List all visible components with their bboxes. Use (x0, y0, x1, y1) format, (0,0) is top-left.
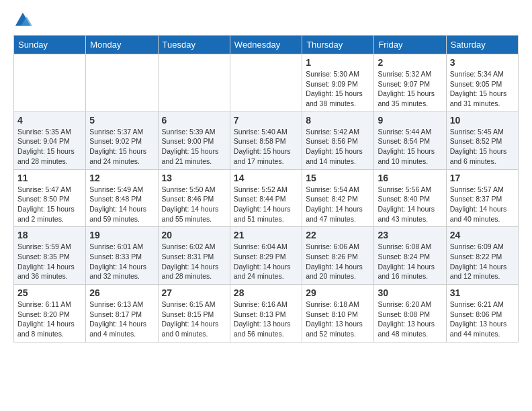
day-number: 18 (17, 230, 82, 240)
day-info: Sunrise: 5:42 AM Sunset: 8:56 PM Dayligh… (306, 127, 370, 167)
day-info: Sunrise: 5:47 AM Sunset: 8:50 PM Dayligh… (17, 185, 82, 224)
day-info: Sunrise: 6:16 AM Sunset: 8:13 PM Dayligh… (234, 300, 298, 339)
calendar-cell: 6Sunrise: 5:39 AM Sunset: 9:00 PM Daylig… (158, 111, 230, 169)
day-number: 5 (89, 115, 154, 126)
calendar-cell: 19Sunrise: 6:01 AM Sunset: 8:33 PM Dayli… (86, 227, 158, 285)
day-number: 6 (162, 115, 226, 126)
calendar-cell: 14Sunrise: 5:52 AM Sunset: 8:44 PM Dayli… (230, 169, 302, 227)
calendar-cell: 3Sunrise: 5:34 AM Sunset: 9:05 PM Daylig… (446, 54, 518, 112)
day-number: 20 (162, 230, 226, 240)
day-number: 12 (89, 173, 154, 183)
day-info: Sunrise: 5:30 AM Sunset: 9:09 PM Dayligh… (306, 69, 370, 109)
day-info: Sunrise: 5:57 AM Sunset: 8:37 PM Dayligh… (450, 185, 515, 224)
calendar-cell: 20Sunrise: 6:02 AM Sunset: 8:31 PM Dayli… (158, 227, 230, 285)
day-info: Sunrise: 5:54 AM Sunset: 8:42 PM Dayligh… (306, 185, 370, 224)
day-number: 27 (162, 287, 226, 298)
calendar-wrapper: SundayMondayTuesdayWednesdayThursdayFrid… (0, 35, 532, 349)
day-info: Sunrise: 5:44 AM Sunset: 8:54 PM Dayligh… (378, 127, 442, 167)
calendar-cell (230, 54, 302, 112)
day-number: 15 (306, 173, 370, 183)
calendar-cell: 29Sunrise: 6:18 AM Sunset: 8:10 PM Dayli… (302, 285, 374, 342)
day-number: 26 (89, 287, 154, 298)
weekday-header-sunday: Sunday (14, 36, 86, 54)
calendar-cell: 31Sunrise: 6:21 AM Sunset: 8:06 PM Dayli… (446, 285, 518, 342)
calendar-cell: 16Sunrise: 5:56 AM Sunset: 8:40 PM Dayli… (374, 169, 446, 227)
day-info: Sunrise: 6:18 AM Sunset: 8:10 PM Dayligh… (306, 300, 370, 339)
weekday-header-monday: Monday (86, 36, 158, 54)
day-number: 1 (306, 57, 370, 68)
day-info: Sunrise: 6:21 AM Sunset: 8:06 PM Dayligh… (450, 300, 515, 339)
day-number: 30 (378, 287, 442, 298)
day-number: 22 (306, 230, 370, 240)
calendar-cell: 9Sunrise: 5:44 AM Sunset: 8:54 PM Daylig… (374, 111, 446, 169)
calendar-week-4: 18Sunrise: 5:59 AM Sunset: 8:35 PM Dayli… (14, 227, 519, 285)
weekday-header-tuesday: Tuesday (158, 36, 230, 54)
weekday-header-saturday: Saturday (446, 36, 518, 54)
calendar-week-3: 11Sunrise: 5:47 AM Sunset: 8:50 PM Dayli… (14, 169, 519, 227)
weekday-header-thursday: Thursday (302, 36, 374, 54)
day-info: Sunrise: 6:20 AM Sunset: 8:08 PM Dayligh… (378, 300, 442, 339)
calendar-cell (158, 54, 230, 112)
calendar-cell: 27Sunrise: 6:15 AM Sunset: 8:15 PM Dayli… (158, 285, 230, 342)
calendar-cell (86, 54, 158, 112)
calendar-cell: 30Sunrise: 6:20 AM Sunset: 8:08 PM Dayli… (374, 285, 446, 342)
day-info: Sunrise: 6:09 AM Sunset: 8:22 PM Dayligh… (450, 242, 515, 281)
calendar-cell: 25Sunrise: 6:11 AM Sunset: 8:20 PM Dayli… (14, 285, 86, 342)
day-info: Sunrise: 5:39 AM Sunset: 9:00 PM Dayligh… (162, 127, 226, 167)
calendar-cell: 10Sunrise: 5:45 AM Sunset: 8:52 PM Dayli… (446, 111, 518, 169)
day-info: Sunrise: 6:04 AM Sunset: 8:29 PM Dayligh… (234, 242, 298, 281)
day-info: Sunrise: 5:59 AM Sunset: 8:35 PM Dayligh… (17, 242, 82, 281)
day-number: 9 (378, 115, 442, 126)
day-info: Sunrise: 6:06 AM Sunset: 8:26 PM Dayligh… (306, 242, 370, 281)
day-number: 23 (378, 230, 442, 240)
day-info: Sunrise: 5:50 AM Sunset: 8:46 PM Dayligh… (162, 185, 226, 224)
day-number: 13 (162, 173, 226, 183)
day-info: Sunrise: 5:49 AM Sunset: 8:48 PM Dayligh… (89, 185, 154, 224)
calendar-cell: 15Sunrise: 5:54 AM Sunset: 8:42 PM Dayli… (302, 169, 374, 227)
calendar-cell: 12Sunrise: 5:49 AM Sunset: 8:48 PM Dayli… (86, 169, 158, 227)
day-info: Sunrise: 5:40 AM Sunset: 8:58 PM Dayligh… (234, 127, 298, 167)
day-number: 7 (234, 115, 298, 126)
calendar-cell: 8Sunrise: 5:42 AM Sunset: 8:56 PM Daylig… (302, 111, 374, 169)
day-info: Sunrise: 5:52 AM Sunset: 8:44 PM Dayligh… (234, 185, 298, 224)
weekday-row: SundayMondayTuesdayWednesdayThursdayFrid… (14, 36, 519, 54)
day-number: 2 (378, 57, 442, 68)
day-number: 16 (378, 173, 442, 183)
day-number: 14 (234, 173, 298, 183)
day-info: Sunrise: 6:13 AM Sunset: 8:17 PM Dayligh… (89, 300, 154, 339)
calendar-week-5: 25Sunrise: 6:11 AM Sunset: 8:20 PM Dayli… (14, 285, 519, 342)
weekday-header-friday: Friday (374, 36, 446, 54)
calendar-cell: 24Sunrise: 6:09 AM Sunset: 8:22 PM Dayli… (446, 227, 518, 285)
calendar-cell: 11Sunrise: 5:47 AM Sunset: 8:50 PM Dayli… (14, 169, 86, 227)
day-number: 4 (17, 115, 82, 126)
calendar-cell: 4Sunrise: 5:35 AM Sunset: 9:04 PM Daylig… (14, 111, 86, 169)
logo-icon (13, 11, 32, 30)
calendar-cell: 17Sunrise: 5:57 AM Sunset: 8:37 PM Dayli… (446, 169, 518, 227)
day-info: Sunrise: 5:56 AM Sunset: 8:40 PM Dayligh… (378, 185, 442, 224)
day-number: 21 (234, 230, 298, 240)
day-info: Sunrise: 6:01 AM Sunset: 8:33 PM Dayligh… (89, 242, 154, 281)
calendar-cell: 26Sunrise: 6:13 AM Sunset: 8:17 PM Dayli… (86, 285, 158, 342)
calendar-cell: 28Sunrise: 6:16 AM Sunset: 8:13 PM Dayli… (230, 285, 302, 342)
day-info: Sunrise: 5:37 AM Sunset: 9:02 PM Dayligh… (89, 127, 154, 167)
calendar-cell: 1Sunrise: 5:30 AM Sunset: 9:09 PM Daylig… (302, 54, 374, 112)
day-number: 10 (450, 115, 515, 126)
calendar-cell: 18Sunrise: 5:59 AM Sunset: 8:35 PM Dayli… (14, 227, 86, 285)
calendar-body: 1Sunrise: 5:30 AM Sunset: 9:09 PM Daylig… (14, 54, 519, 342)
weekday-header-wednesday: Wednesday (230, 36, 302, 54)
day-info: Sunrise: 5:32 AM Sunset: 9:07 PM Dayligh… (378, 69, 442, 109)
day-info: Sunrise: 5:34 AM Sunset: 9:05 PM Dayligh… (450, 69, 515, 109)
calendar-cell: 21Sunrise: 6:04 AM Sunset: 8:29 PM Dayli… (230, 227, 302, 285)
calendar-cell (14, 54, 86, 112)
day-number: 24 (450, 230, 515, 240)
day-number: 11 (17, 173, 82, 183)
day-number: 17 (450, 173, 515, 183)
day-number: 8 (306, 115, 370, 126)
calendar-cell: 5Sunrise: 5:37 AM Sunset: 9:02 PM Daylig… (86, 111, 158, 169)
calendar-cell: 2Sunrise: 5:32 AM Sunset: 9:07 PM Daylig… (374, 54, 446, 112)
calendar-week-2: 4Sunrise: 5:35 AM Sunset: 9:04 PM Daylig… (14, 111, 519, 169)
day-number: 19 (89, 230, 154, 240)
day-number: 29 (306, 287, 370, 298)
day-info: Sunrise: 5:35 AM Sunset: 9:04 PM Dayligh… (17, 127, 82, 167)
day-info: Sunrise: 6:11 AM Sunset: 8:20 PM Dayligh… (17, 300, 82, 339)
